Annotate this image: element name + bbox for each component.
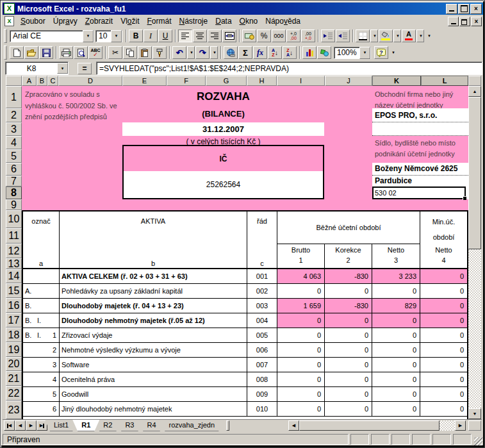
increase-decimal-button[interactable]: +,0,00 [286, 29, 300, 42]
decrease-decimal-button[interactable]: ,00+,0 [301, 29, 315, 42]
copy-button[interactable] [123, 46, 137, 59]
row-header-23[interactable]: 23 [6, 401, 22, 419]
cell-oznac-3[interactable]: 4 [48, 372, 59, 386]
previous-sheet-button[interactable]: ◀ [15, 420, 26, 431]
header-bezne-obdobi[interactable]: Běžné účetní období [277, 212, 420, 244]
cell-oznac-1[interactable]: B. [23, 299, 37, 313]
cell-item-name[interactable]: Dlouhodobý majetek (ř. 04 + 13 + 23) [59, 299, 247, 313]
row-header-2[interactable]: 2 [6, 108, 22, 122]
cell-oznac-1[interactable] [23, 269, 37, 283]
cell-value-1[interactable]: 0 [277, 284, 324, 298]
row-header-19[interactable]: 19 [6, 342, 22, 357]
cell-value-2[interactable]: 0 [324, 372, 372, 386]
cell-item-name[interactable]: Jiný dlouhodobý nehmotný majetek [59, 402, 247, 416]
save-button[interactable] [39, 46, 53, 59]
cell-value-4[interactable]: 0 [420, 328, 467, 342]
close-button[interactable]: × [470, 4, 482, 14]
menu-item-úpravy[interactable]: Úpravy [49, 15, 81, 27]
row-header-21[interactable]: 21 [6, 371, 22, 386]
cell-line-number[interactable]: 009 [247, 387, 277, 401]
font-color-dropdown-icon[interactable]: ▼ [416, 29, 424, 42]
cell-line-number[interactable]: 002 [247, 284, 277, 298]
cell-item-name[interactable]: Pohledávky za upsaný základní kapitál [59, 284, 247, 298]
fill-handle[interactable] [463, 196, 466, 200]
comma-style-button[interactable]: 000 [272, 29, 286, 42]
cell-oznac-2[interactable] [37, 299, 48, 313]
column-header-G[interactable]: G [206, 76, 247, 86]
cell-value-4[interactable]: 0 [420, 387, 467, 401]
doc-minimize-button[interactable] [448, 17, 459, 26]
cell-value-4[interactable]: 0 [420, 313, 467, 328]
row-header-16[interactable]: 16 [6, 298, 22, 313]
menu-item-nápověda[interactable]: Nápověda [261, 15, 304, 27]
format-painter-button[interactable] [152, 46, 167, 59]
font-size-dropdown-icon[interactable]: ▼ [111, 30, 122, 42]
menu-item-formát[interactable]: Formát [143, 15, 175, 27]
cell-oznac-1[interactable]: B. [23, 313, 37, 328]
chart-wizard-button[interactable] [302, 46, 316, 59]
cell-value-2[interactable]: 0 [324, 343, 372, 357]
font-name-dropdown-icon[interactable]: ▼ [83, 30, 94, 42]
cell-oznac-2[interactable] [37, 402, 48, 416]
column-header-C[interactable]: C [47, 76, 58, 86]
cell-line-number[interactable]: 001 [247, 269, 277, 283]
align-right-button[interactable] [208, 29, 222, 42]
doc-close-button[interactable]: × [471, 17, 482, 26]
menu-item-soubor[interactable]: Soubor [17, 15, 49, 27]
cell-oznac-3[interactable] [48, 269, 59, 283]
zoom-select[interactable]: 100% ▼ [334, 47, 371, 59]
vertical-scrollbar[interactable]: ▲ ▼ [468, 76, 482, 419]
column-header-L[interactable]: L [421, 76, 468, 86]
horizontal-scroll-thumb[interactable] [299, 420, 440, 431]
print-preview-button[interactable] [74, 46, 88, 59]
cell-value-3[interactable]: 0 [372, 313, 420, 328]
cell-oznac-1[interactable] [23, 402, 37, 416]
row-header-8[interactable]: 8 [6, 187, 22, 199]
row-header-9[interactable]: 9 [6, 199, 22, 210]
drawing-button[interactable] [317, 46, 331, 59]
more-buttons-icon[interactable]: ▼ [389, 46, 397, 59]
toolbar-grip[interactable] [4, 29, 7, 43]
name-box-dropdown-icon[interactable]: ▼ [57, 63, 68, 74]
column-header-A[interactable]: A [22, 76, 37, 86]
header-brutto[interactable]: Brutto1 [277, 244, 324, 268]
header-aktiva[interactable]: AKTIVA b [59, 212, 247, 268]
bold-button[interactable]: B [129, 29, 143, 42]
cell-item-name[interactable]: Goodwill [59, 387, 247, 401]
horizontal-scroll-track[interactable] [440, 420, 455, 431]
scroll-left-icon[interactable]: ◀ [288, 420, 299, 431]
cell-value-4[interactable]: 0 [420, 284, 467, 298]
cell-value-2[interactable]: -830 [324, 269, 372, 283]
cell-oznac-2[interactable]: I. [37, 328, 48, 342]
column-header-K[interactable]: K [372, 76, 421, 86]
cell-value-3[interactable]: 3 233 [372, 269, 420, 283]
cell-value-3[interactable]: 0 [372, 284, 420, 298]
row-header-11[interactable]: 11 [6, 228, 22, 244]
cell-oznac-2[interactable] [37, 372, 48, 386]
cell-value-1[interactable]: 0 [277, 387, 324, 401]
vertical-scroll-track[interactable] [468, 249, 481, 408]
tab-split-handle[interactable] [226, 420, 229, 431]
font-name-select[interactable]: Arial CE ▼ [10, 30, 94, 42]
cell-oznac-3[interactable]: 6 [48, 402, 59, 416]
cell-line-number[interactable]: 006 [247, 343, 277, 357]
cell-value-3[interactable]: 0 [372, 372, 420, 386]
cell-item-name[interactable]: Zřizovací výdaje [59, 328, 247, 342]
cell-value-2[interactable]: 0 [324, 402, 372, 416]
cell-value-2[interactable]: 0 [324, 387, 372, 401]
header-netto[interactable]: Netto3 [372, 244, 420, 268]
selected-cell[interactable]: 530 02 [372, 187, 466, 199]
column-header-B[interactable]: B [37, 76, 47, 86]
cell-item-name[interactable]: AKTIVA CELKEM (ř. 02 + 03 + 31 + 63) [59, 269, 247, 283]
cell-oznac-3[interactable] [48, 284, 59, 298]
row-header-14[interactable]: 14 [6, 269, 22, 283]
formula-input[interactable]: =SVYHLEDAT("psc";List1!$A$1:$E$244;2;NEP… [96, 62, 482, 75]
cell-item-name[interactable]: Nehmotné výsledky výzkumu a vývoje [59, 343, 247, 357]
row-header-1[interactable]: 1 [6, 86, 22, 108]
cell-value-1[interactable]: 0 [277, 343, 324, 357]
menu-item-nástroje[interactable]: Nástroje [176, 15, 212, 27]
decrease-indent-button[interactable] [321, 29, 335, 42]
cell-oznac-3[interactable]: 2 [48, 343, 59, 357]
column-header-F[interactable]: F [167, 76, 206, 86]
cell-value-1[interactable]: 0 [277, 328, 324, 342]
